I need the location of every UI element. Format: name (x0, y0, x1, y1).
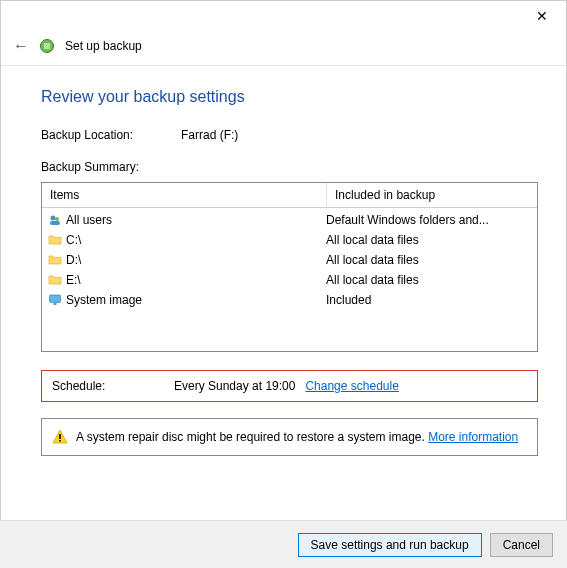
warning-box: A system repair disc might be required t… (41, 418, 538, 456)
schedule-value: Every Sunday at 19:00 (174, 379, 295, 393)
page-title: Review your backup settings (41, 88, 538, 106)
table-row[interactable]: All users Default Windows folders and... (42, 210, 537, 230)
table-cell-included: All local data files (326, 233, 531, 247)
table-cell-included: Default Windows folders and... (326, 213, 531, 227)
table-row[interactable]: System image Included (42, 290, 537, 310)
table-row[interactable]: E:\ All local data files (42, 270, 537, 290)
table-cell-included: All local data files (326, 253, 531, 267)
table-cell-item: System image (66, 293, 326, 307)
schedule-section: Schedule: Every Sunday at 19:00 Change s… (41, 370, 538, 402)
col-header-included[interactable]: Included in backup (327, 183, 537, 207)
svg-rect-7 (59, 440, 61, 442)
window-title: Set up backup (65, 39, 142, 53)
backup-summary-table: Items Included in backup All users Defau… (41, 182, 538, 352)
folder-icon (48, 233, 66, 247)
table-row[interactable]: C:\ All local data files (42, 230, 537, 250)
users-icon (48, 213, 66, 227)
folder-icon (48, 253, 66, 267)
table-cell-item: D:\ (66, 253, 326, 267)
svg-rect-6 (59, 434, 61, 439)
svg-point-1 (51, 216, 56, 221)
table-cell-included: Included (326, 293, 531, 307)
folder-icon (48, 273, 66, 287)
backup-location-label: Backup Location: (41, 128, 181, 142)
table-row[interactable]: D:\ All local data files (42, 250, 537, 270)
backup-shield-icon (39, 38, 55, 54)
svg-rect-3 (50, 221, 60, 225)
close-icon[interactable]: ✕ (530, 7, 554, 25)
svg-rect-5 (54, 303, 57, 305)
change-schedule-link[interactable]: Change schedule (305, 379, 398, 393)
backup-location-value: Farrad (F:) (181, 128, 238, 142)
backup-summary-label: Backup Summary: (41, 160, 538, 174)
more-information-link[interactable]: More information (428, 430, 518, 444)
warning-text: A system repair disc might be required t… (76, 430, 518, 444)
col-header-items[interactable]: Items (42, 183, 327, 207)
table-cell-included: All local data files (326, 273, 531, 287)
table-cell-item: All users (66, 213, 326, 227)
table-cell-item: C:\ (66, 233, 326, 247)
monitor-icon (48, 293, 66, 307)
svg-point-2 (55, 217, 59, 221)
svg-rect-4 (50, 295, 61, 303)
back-arrow-icon[interactable]: ← (13, 37, 29, 55)
schedule-label: Schedule: (52, 379, 174, 393)
cancel-button[interactable]: Cancel (490, 533, 553, 557)
table-cell-item: E:\ (66, 273, 326, 287)
warning-icon (52, 429, 68, 445)
save-settings-button[interactable]: Save settings and run backup (298, 533, 482, 557)
